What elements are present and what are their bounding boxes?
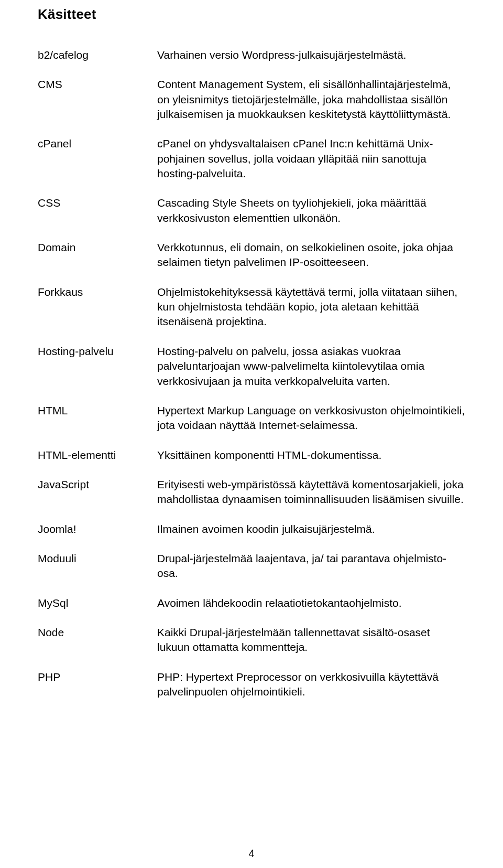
definition-text: Hosting-palvelu on palvelu, jossa asiaka…	[157, 344, 465, 389]
definition-text: Ohjelmistokehityksessä käytettävä termi,…	[157, 285, 465, 329]
term: JavaScript	[38, 477, 157, 492]
definition-list: b2/cafelog Varhainen versio Wordpress-ju…	[38, 48, 465, 699]
definition-entry: Hosting-palvelu Hosting-palvelu on palve…	[38, 344, 465, 389]
definition-text: Varhainen versio Wordpress-julkaisujärje…	[157, 48, 465, 62]
definition-entry: Forkkaus Ohjelmistokehityksessä käytettä…	[38, 285, 465, 329]
definition-entry: cPanel cPanel on yhdysvaltalaisen cPanel…	[38, 136, 465, 181]
definition-text: Cascading Style Sheets on tyyliohjekieli…	[157, 196, 465, 226]
definition-entry: Node Kaikki Drupal-järjestelmään tallenn…	[38, 625, 465, 655]
term: CSS	[38, 196, 157, 210]
definition-entry: Joomla! Ilmainen avoimen koodin julkaisu…	[38, 522, 465, 537]
term: Moduuli	[38, 551, 157, 566]
term: MySql	[38, 596, 157, 610]
term: HTML-elementti	[38, 448, 157, 463]
definition-entry: HTML Hypertext Markup Language on verkko…	[38, 403, 465, 433]
definition-entry: b2/cafelog Varhainen versio Wordpress-ju…	[38, 48, 465, 62]
definition-text: Avoimen lähdekoodin relaatiotietokantaoh…	[157, 596, 465, 610]
term: HTML	[38, 403, 157, 418]
term: Node	[38, 625, 157, 640]
definition-entry: HTML-elementti Yksittäinen komponentti H…	[38, 448, 465, 463]
definition-entry: PHP PHP: Hypertext Preprocessor on verkk…	[38, 670, 465, 700]
definition-text: Verkkotunnus, eli domain, on selkokielin…	[157, 240, 465, 270]
term: PHP	[38, 670, 157, 684]
definition-text: PHP: Hypertext Preprocessor on verkkosiv…	[157, 670, 465, 700]
definition-entry: Domain Verkkotunnus, eli domain, on selk…	[38, 240, 465, 270]
definition-entry: JavaScript Erityisesti web-ympäristössä …	[38, 477, 465, 507]
definition-text: Content Management System, eli sisällönh…	[157, 77, 465, 122]
term: cPanel	[38, 136, 157, 151]
definition-entry: Moduuli Drupal-järjestelmää laajentava, …	[38, 551, 465, 581]
term: Domain	[38, 240, 157, 255]
definition-text: Drupal-järjestelmää laajentava, ja/ tai …	[157, 551, 465, 581]
definition-entry: MySql Avoimen lähdekoodin relaatiotietok…	[38, 596, 465, 610]
page-number: 4	[0, 848, 503, 860]
page-title: Käsitteet	[38, 6, 465, 23]
definition-entry: CMS Content Management System, eli sisäl…	[38, 77, 465, 122]
definition-text: Yksittäinen komponentti HTML-dokumentiss…	[157, 448, 465, 463]
definition-text: Hypertext Markup Language on verkkosivus…	[157, 403, 465, 433]
term: Forkkaus	[38, 285, 157, 299]
term: CMS	[38, 77, 157, 92]
page: Käsitteet b2/cafelog Varhainen versio Wo…	[0, 0, 503, 868]
definition-text: Erityisesti web-ympäristössä käytettävä …	[157, 477, 465, 507]
definition-text: cPanel on yhdysvaltalaisen cPanel Inc:n …	[157, 136, 465, 181]
definition-text: Ilmainen avoimen koodin julkaisujärjeste…	[157, 522, 465, 537]
term: b2/cafelog	[38, 48, 157, 62]
definition-entry: CSS Cascading Style Sheets on tyyliohjek…	[38, 196, 465, 226]
term: Joomla!	[38, 522, 157, 537]
term: Hosting-palvelu	[38, 344, 157, 359]
definition-text: Kaikki Drupal-järjestelmään tallennettav…	[157, 625, 465, 655]
